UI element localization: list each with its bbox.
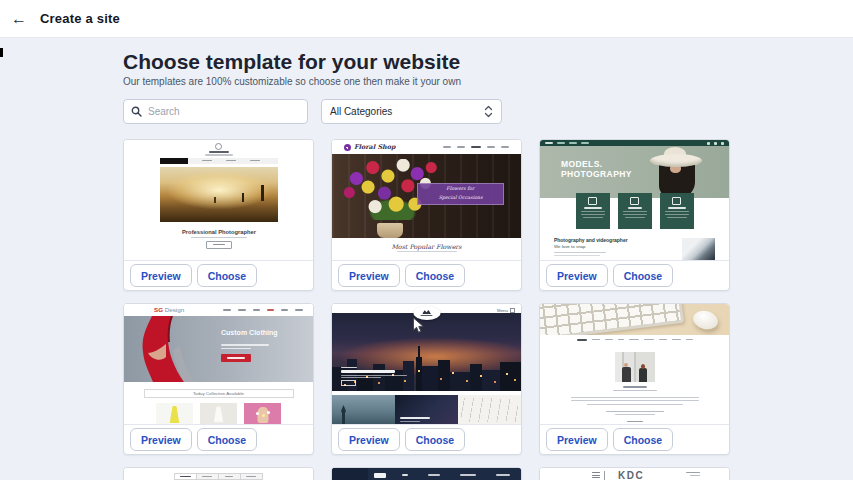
text-line: [397, 251, 457, 252]
text-line: [686, 339, 693, 341]
template-card-business-agency: Preview Choose: [539, 303, 730, 455]
camera-icon: [588, 197, 597, 205]
search-input[interactable]: [148, 106, 300, 117]
hero-copy: Custom Clothing: [221, 328, 294, 362]
template-thumbnail-navy-shop[interactable]: [332, 468, 521, 480]
template-thumbnail-models-photography[interactable]: MODELS. PHOTOGRAPHY: [540, 140, 729, 261]
computer-mouse: [691, 308, 720, 332]
preview-button[interactable]: Preview: [546, 264, 608, 287]
mini-site-tagline: Most Popular Flowers: [360, 244, 492, 251]
mini-site-logo: Floral Shop: [354, 143, 395, 151]
text-line: [606, 411, 664, 412]
choose-button[interactable]: Choose: [405, 264, 466, 287]
hero-banner: Flowers for Special Occasions: [417, 183, 504, 206]
hero-model-photo: MODELS. PHOTOGRAPHY: [540, 146, 729, 198]
mini-site-nav: [160, 158, 278, 164]
text-line: [583, 217, 603, 218]
card-actions: Preview Choose: [124, 425, 313, 454]
text-line: [605, 339, 613, 341]
choose-button[interactable]: Choose: [613, 428, 674, 451]
hero-copy: [341, 367, 407, 386]
template-card-photographer: Professional Photographer Preview Choose: [123, 139, 314, 291]
nav-icon: [714, 142, 717, 145]
text-line: [686, 472, 700, 473]
preview-button[interactable]: Preview: [338, 428, 400, 451]
fence-post: [261, 185, 264, 201]
text-line: [592, 339, 600, 341]
text-line: [587, 404, 683, 405]
preview-button[interactable]: Preview: [546, 428, 608, 451]
template-thumbnail-business-agency[interactable]: [540, 304, 729, 425]
keyboard: [540, 304, 684, 335]
card-actions: Preview Choose: [124, 261, 313, 290]
building: [482, 370, 500, 391]
text-line: [471, 146, 481, 148]
keyboard-hero-photo: [540, 304, 729, 335]
skyline-logo-icon: [422, 310, 431, 314]
template-thumbnail-kdc[interactable]: KDC: [540, 468, 729, 480]
choose-button[interactable]: Choose: [613, 264, 674, 287]
text-line: [625, 217, 645, 218]
nav-active-item: [160, 158, 188, 164]
template-thumbnail-city-skyline[interactable]: Menu: [332, 304, 521, 425]
screen: ← Create a site Choose template for your…: [0, 0, 853, 480]
nav-icon: [707, 142, 710, 145]
tab: [196, 473, 219, 480]
product-photo-yellow-dress: [156, 403, 193, 425]
sketch-lines: [461, 398, 518, 422]
choose-button[interactable]: Choose: [405, 428, 466, 451]
template-card-city-skyline: Menu: [331, 303, 522, 455]
building: [438, 360, 450, 391]
text-line: [623, 386, 647, 388]
back-icon[interactable]: ←: [10, 10, 28, 28]
preview-button[interactable]: Preview: [338, 264, 400, 287]
text-line: [557, 142, 565, 144]
text-line: [571, 397, 699, 398]
nav-logo-pill: [374, 473, 386, 478]
text-line: [501, 146, 509, 148]
template-card-navy-shop: Preview Choose: [331, 467, 522, 480]
choose-button[interactable]: Choose: [197, 264, 258, 287]
preview-button[interactable]: Preview: [130, 428, 192, 451]
mini-site-tabs: [124, 473, 313, 480]
choose-button[interactable]: Choose: [197, 428, 258, 451]
menu-control: Menu: [488, 306, 515, 315]
product-photo-pink: [244, 403, 281, 425]
template-thumbnail-tabs-portfolio[interactable]: [124, 468, 313, 480]
statue-silhouette: [341, 405, 346, 425]
round-logo-badge: [413, 306, 440, 320]
section-subheading: Our templates are 100% customizable so c…: [123, 76, 730, 87]
preview-button[interactable]: Preview: [130, 264, 192, 287]
text-line: [672, 339, 681, 341]
text-line: [629, 339, 639, 341]
text-line: [577, 339, 587, 341]
text-line: [496, 474, 510, 476]
text-line: [569, 142, 577, 144]
template-thumbnail-sg-design[interactable]: SG Design: [124, 304, 313, 425]
yellow-dress: [167, 406, 183, 423]
text-line: [246, 476, 256, 478]
text-line: [592, 472, 600, 473]
menu-icon: [510, 308, 515, 313]
tulip-bouquet-photo: Flowers for Special Occasions: [332, 154, 521, 238]
screen-edge-artifact: [0, 48, 3, 57]
flower-dots: [256, 412, 259, 415]
text-line: [253, 309, 260, 311]
text-line: [628, 207, 642, 209]
template-thumbnail-photographer[interactable]: Professional Photographer: [124, 140, 313, 261]
text-line: [487, 146, 495, 148]
product-item: [200, 403, 237, 425]
gallery-tiles: [332, 395, 521, 425]
category-select[interactable]: All Categories: [321, 99, 502, 124]
text-line: [667, 217, 687, 218]
person-figure: [622, 367, 631, 382]
banner-text: Today Collection Available: [193, 391, 244, 396]
text-line: [209, 151, 229, 153]
text-line: [202, 160, 212, 162]
search-box[interactable]: [123, 99, 308, 124]
template-card-tabs-portfolio: Preview Choose: [123, 467, 314, 480]
template-thumbnail-floral-shop[interactable]: Floral Shop: [332, 140, 521, 261]
card-actions: Preview Choose: [540, 261, 729, 290]
red-dress-figure: [126, 316, 206, 382]
mini-site-logo: SG Design: [154, 306, 184, 313]
